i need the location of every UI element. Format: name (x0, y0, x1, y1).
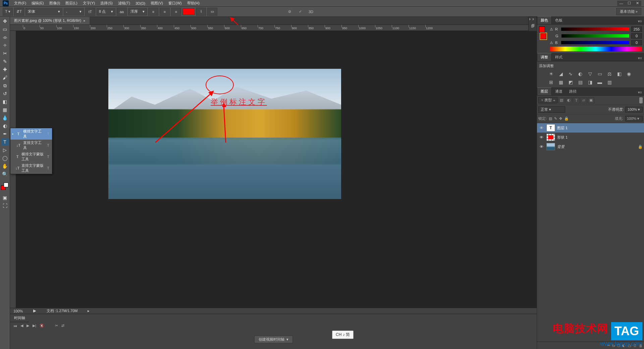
photo-filter-icon[interactable]: ◉ (626, 71, 632, 77)
layer-name[interactable]: 形状 1 (557, 135, 568, 140)
channels-tab[interactable]: 通道 (552, 88, 566, 95)
stamp-tool[interactable]: ⧉ (1, 82, 9, 89)
history-dock-icon[interactable]: 🗐 (529, 22, 536, 30)
b-slider[interactable] (561, 41, 629, 44)
filter-pixel-icon[interactable]: ▧ (558, 97, 565, 103)
visibility-icon[interactable]: 👁 (538, 145, 544, 149)
zoom-level[interactable]: 100% (13, 309, 23, 313)
g-slider[interactable] (561, 34, 629, 38)
font-style-select[interactable]: -▾ (64, 8, 84, 15)
panel-menu-icon[interactable]: ▾≡ (636, 18, 644, 24)
type-tool[interactable]: T (1, 138, 9, 146)
brightness-icon[interactable]: ☀ (548, 71, 554, 77)
swatches-tab[interactable]: 色板 (552, 16, 566, 24)
layer-name[interactable]: 背景 (557, 144, 565, 149)
pen-tool[interactable]: ✒ (1, 130, 9, 138)
vertical-type-mask-tool[interactable]: ↓T直排文字蒙版工具T (10, 162, 52, 174)
3d-icon[interactable]: 3D (307, 8, 315, 15)
brush-tool[interactable]: 🖌 (1, 74, 9, 81)
gradient-tool[interactable]: ▦ (1, 106, 9, 113)
orientation-toggle[interactable]: ⇵T (14, 8, 24, 16)
adjustments-tab[interactable]: 调整 (537, 53, 552, 61)
curves-icon[interactable]: ∿ (567, 71, 574, 77)
posterize-icon[interactable]: ▤ (577, 80, 584, 85)
lock-position-icon[interactable]: ✥ (559, 116, 562, 121)
panel-menu-icon[interactable]: ▾≡ (636, 90, 644, 95)
fill-field[interactable]: 100% ▾ (625, 116, 643, 121)
hand-tool[interactable]: ✋ (1, 162, 9, 170)
levels-icon[interactable]: ◢ (557, 71, 564, 77)
g-value[interactable]: 0 (631, 33, 642, 39)
next-frame-icon[interactable]: ▶| (33, 323, 36, 328)
channel-mixer-icon[interactable]: ⊞ (548, 80, 554, 85)
scissors-icon[interactable]: ✂ (55, 323, 58, 328)
minimize-button[interactable]: — (617, 1, 625, 6)
lasso-tool[interactable]: ⌯ (1, 34, 9, 41)
fg-bg-swatches[interactable] (539, 27, 547, 51)
paths-tab[interactable]: 路径 (566, 88, 580, 95)
exposure-icon[interactable]: ◐ (577, 71, 584, 77)
play-icon[interactable]: ▶ (26, 323, 29, 328)
menu-image[interactable]: 图像(I) (47, 0, 63, 6)
threshold-icon[interactable]: ◨ (587, 80, 593, 85)
color-tab[interactable]: 颜色 (537, 16, 552, 24)
crop-tool[interactable]: ✂ (1, 50, 9, 57)
menu-view[interactable]: 视图(V) (148, 0, 166, 6)
lock-pixels-icon[interactable]: ✎ (554, 116, 557, 121)
magic-wand-tool[interactable]: ✧ (1, 42, 9, 49)
history-brush-tool[interactable]: ↺ (1, 90, 9, 97)
spectrum-ramp[interactable] (550, 47, 642, 51)
filter-switch[interactable] (639, 97, 643, 103)
layers-tab[interactable]: 图层 (537, 87, 552, 95)
visibility-icon[interactable]: 👁 (538, 135, 544, 139)
audio-icon[interactable]: 🔇 (40, 323, 44, 328)
arrow-icon[interactable]: ▸ (88, 309, 90, 313)
r-value[interactable]: 255 (631, 27, 642, 32)
menu-select[interactable]: 选择(S) (98, 0, 115, 6)
timeline-tab[interactable]: 时间轴 (10, 314, 29, 322)
filter-kind-select[interactable]: ♀ 类型 ÷ (538, 97, 557, 103)
close-button[interactable]: ✕ (633, 1, 641, 6)
blur-tool[interactable]: 💧 (1, 114, 9, 121)
r-slider[interactable] (561, 28, 629, 31)
vibrance-icon[interactable]: ▽ (587, 71, 593, 77)
move-tool[interactable]: ✥ (1, 17, 9, 25)
ruler-horizontal[interactable]: 0501001502002503003504004505005506006507… (10, 25, 537, 31)
character-panel-toggle[interactable]: ▭ (207, 8, 217, 16)
menu-3d[interactable]: 3D(D) (133, 1, 148, 6)
panel-menu-icon[interactable]: ▾≡ (636, 55, 644, 61)
text-color-swatch[interactable] (182, 8, 195, 15)
canvas[interactable]: 举例标注文字 (16, 31, 537, 308)
color-balance-icon[interactable]: ⚖ (606, 71, 613, 77)
layer-name[interactable]: 图层 1 (557, 126, 568, 131)
screenmode-tool[interactable]: ⛶ (1, 202, 9, 209)
horizontal-type-tool[interactable]: •T横排文字工具T (10, 128, 52, 140)
prev-frame-icon[interactable]: ◀ (20, 323, 23, 328)
layer-row[interactable]: 👁 T 图层 1 (537, 123, 644, 133)
create-video-timeline-button[interactable]: 创建视频时间轴▾ (254, 336, 293, 343)
warp-text[interactable]: ⌇ (196, 8, 206, 16)
menu-edit[interactable]: 编辑(E) (29, 0, 47, 6)
dodge-tool[interactable]: ◐ (1, 122, 9, 130)
menu-layer[interactable]: 图层(L) (63, 0, 80, 6)
layer-row[interactable]: 👁 背景 🔒 (537, 142, 644, 151)
background-color[interactable] (4, 183, 8, 187)
marquee-tool[interactable]: ▭ (1, 26, 9, 33)
annotation-text[interactable]: 举例标注文字 (211, 97, 267, 107)
menu-help[interactable]: 帮助(H) (184, 0, 202, 6)
horizontal-type-mask-tool[interactable]: T横排文字蒙版工具T (10, 151, 52, 162)
ime-indicator[interactable]: CH ♪ 简 (332, 331, 354, 339)
filter-smart-icon[interactable]: ▣ (588, 97, 594, 103)
doc-tab[interactable]: 图片素材.jpeg @ 100% (形状 1, RGB/8#) × (10, 17, 90, 24)
gradient-map-icon[interactable]: ▬ (596, 80, 603, 85)
aa-select[interactable]: 浑厚▾ (128, 8, 147, 15)
vertical-type-tool[interactable]: ↓T直排文字工具T (10, 140, 52, 151)
zoom-tool[interactable]: 🔍 (1, 170, 9, 178)
align-left[interactable]: ≡ (148, 8, 158, 16)
goto-first-icon[interactable]: ⏮ (13, 324, 17, 328)
font-size-field[interactable]: 8 点▾ (97, 8, 115, 15)
quickmask-tool[interactable]: ▣ (1, 194, 9, 201)
blend-mode-select[interactable]: 正常 ▾ (538, 106, 565, 113)
maximize-button[interactable]: ☐ (625, 1, 633, 6)
bw-icon[interactable]: ◧ (616, 71, 623, 77)
